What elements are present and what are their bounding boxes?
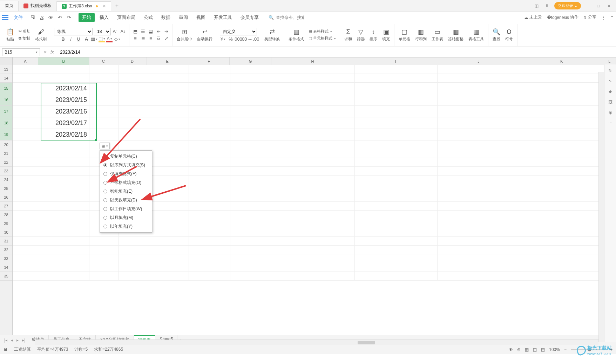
- cell-G18[interactable]: [230, 117, 272, 129]
- cell-K26[interactable]: [520, 193, 603, 202]
- redo-icon[interactable]: ↷: [66, 14, 72, 21]
- cell-C35[interactable]: [89, 272, 119, 281]
- panel-backup-icon[interactable]: ◉: [609, 110, 612, 115]
- cell-E33[interactable]: [147, 254, 189, 263]
- cell-I21[interactable]: [355, 149, 438, 158]
- menu-tab-6[interactable]: 视图: [193, 13, 209, 22]
- cell-H17[interactable]: [272, 106, 355, 117]
- cell-C34[interactable]: [89, 263, 119, 272]
- cell-H32[interactable]: [272, 246, 355, 254]
- cell-B15[interactable]: 2023/02/14: [38, 83, 89, 94]
- cell-G21[interactable]: [230, 149, 272, 158]
- cell-J24[interactable]: [438, 176, 520, 184]
- cell-F35[interactable]: [189, 272, 231, 281]
- cell-H13[interactable]: [272, 65, 355, 74]
- cell-C15[interactable]: [89, 83, 119, 94]
- cell-J14[interactable]: [438, 74, 520, 83]
- cell-K31[interactable]: [520, 237, 603, 246]
- tab-template[interactable]: 找稻壳模板: [19, 1, 57, 11]
- cell-J19[interactable]: [438, 129, 520, 140]
- new-tab-button[interactable]: +: [111, 3, 123, 9]
- cell-B23[interactable]: [38, 167, 89, 176]
- cell-A19[interactable]: [13, 129, 38, 140]
- cell-B34[interactable]: [38, 263, 89, 272]
- fill-option-6[interactable]: 以工作日填充(W): [100, 205, 152, 213]
- cell-D15[interactable]: [119, 83, 148, 94]
- cell-F33[interactable]: [189, 254, 231, 263]
- orientation-icon[interactable]: ⤢: [163, 35, 169, 42]
- cell-H33[interactable]: [272, 254, 355, 263]
- cell-H15[interactable]: [272, 83, 355, 94]
- cell-J15[interactable]: [438, 83, 520, 94]
- wrap-button[interactable]: ↩自动换行: [196, 28, 214, 42]
- cell-D34[interactable]: [119, 263, 148, 272]
- cell-G16[interactable]: [230, 94, 272, 106]
- view-page-icon[interactable]: ◫: [533, 347, 537, 352]
- cell-E27[interactable]: [147, 202, 189, 211]
- cell-B18[interactable]: 2023/02/17: [38, 117, 89, 129]
- fill-color-icon[interactable]: ⬚▾: [99, 36, 105, 42]
- menu-tab-2[interactable]: 页面布局: [114, 13, 139, 22]
- cell-I18[interactable]: [355, 117, 438, 129]
- cell-B13[interactable]: [38, 65, 89, 74]
- cell-D20[interactable]: [119, 140, 148, 149]
- indent-dec-icon[interactable]: ⇤: [155, 28, 162, 35]
- cell-B33[interactable]: [38, 254, 89, 263]
- cell-K32[interactable]: [520, 246, 603, 254]
- vertical-scrollbar[interactable]: [598, 72, 604, 342]
- cell-K24[interactable]: [520, 176, 603, 184]
- cell-D35[interactable]: [119, 272, 148, 281]
- cell-A16[interactable]: [13, 94, 38, 106]
- cell-B14[interactable]: [38, 74, 89, 83]
- formula-input[interactable]: [57, 49, 614, 55]
- dec-dec-icon[interactable]: ←.00: [251, 36, 257, 42]
- align-bottom-icon[interactable]: ⬓: [148, 28, 154, 35]
- cell-H14[interactable]: [272, 74, 355, 83]
- col-header-J[interactable]: J: [437, 57, 520, 65]
- cell-I32[interactable]: [355, 246, 438, 254]
- cond-format-button[interactable]: ▦条件格式: [287, 28, 305, 42]
- rowcol-button[interactable]: ▥行和列: [414, 28, 428, 42]
- cell-C19[interactable]: [89, 129, 119, 140]
- row-header-35[interactable]: 35: [0, 272, 12, 281]
- cell-J28[interactable]: [438, 211, 520, 219]
- cell-K19[interactable]: [520, 129, 603, 140]
- panel-setting-icon[interactable]: ⚟: [608, 68, 612, 73]
- underline-icon[interactable]: U: [75, 36, 82, 42]
- fill-option-8[interactable]: 以年填充(Y): [100, 222, 152, 231]
- cell-G22[interactable]: [230, 158, 272, 167]
- cell-K18[interactable]: [520, 117, 603, 129]
- search-input[interactable]: [276, 15, 304, 20]
- cell-B28[interactable]: [38, 211, 89, 219]
- row-header-22[interactable]: 22: [0, 158, 12, 167]
- currency-icon[interactable]: ¥▾: [220, 36, 226, 42]
- cell-E18[interactable]: [147, 117, 189, 129]
- cell-J27[interactable]: [438, 202, 520, 211]
- cell-G19[interactable]: [230, 129, 272, 140]
- cell-A21[interactable]: [13, 149, 38, 158]
- cell-B19[interactable]: 2023/02/18: [38, 129, 89, 140]
- distribute-icon[interactable]: ☲: [155, 35, 162, 42]
- menu-tab-1[interactable]: 插入: [96, 13, 112, 22]
- cell-K30[interactable]: [520, 228, 603, 237]
- cell-J13[interactable]: [438, 65, 520, 74]
- cell-I34[interactable]: [355, 263, 438, 272]
- row-header-28[interactable]: 28: [0, 211, 12, 219]
- more-icon[interactable]: ⋮: [601, 15, 605, 20]
- sheet-last-icon[interactable]: ▸|: [21, 338, 27, 343]
- cell-I30[interactable]: [355, 228, 438, 237]
- cell-K29[interactable]: [520, 219, 603, 228]
- strike-icon[interactable]: A̶: [83, 36, 89, 42]
- cell-K28[interactable]: [520, 211, 603, 219]
- save-icon[interactable]: 🖫: [29, 14, 36, 21]
- cell-G29[interactable]: [230, 219, 272, 228]
- cell-D18[interactable]: [119, 117, 148, 129]
- bulb-icon[interactable]: ⊕: [517, 347, 521, 352]
- zoom-value[interactable]: 100%: [549, 347, 560, 352]
- sum-button[interactable]: Σ求和: [343, 28, 353, 42]
- row-header-26[interactable]: 26: [0, 193, 12, 202]
- cell-J29[interactable]: [438, 219, 520, 228]
- cell-D17[interactable]: [119, 106, 148, 117]
- row-header-17[interactable]: 17: [0, 106, 12, 117]
- menu-tab-4[interactable]: 数据: [158, 13, 174, 22]
